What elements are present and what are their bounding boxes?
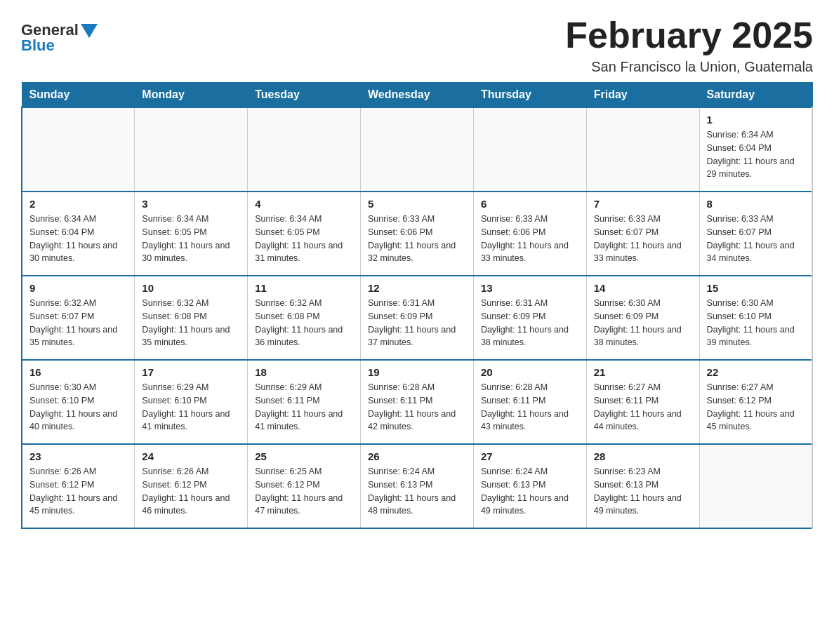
calendar-day-cell: 15Sunrise: 6:30 AMSunset: 6:10 PMDayligh… bbox=[699, 276, 812, 360]
calendar-day-cell: 8Sunrise: 6:33 AMSunset: 6:07 PMDaylight… bbox=[699, 192, 812, 276]
day-number: 7 bbox=[594, 198, 692, 210]
calendar-day-cell: 7Sunrise: 6:33 AMSunset: 6:07 PMDaylight… bbox=[586, 192, 699, 276]
day-info: Sunrise: 6:30 AMSunset: 6:10 PMDaylight:… bbox=[29, 381, 127, 434]
calendar-day-cell: 17Sunrise: 6:29 AMSunset: 6:10 PMDayligh… bbox=[135, 360, 248, 444]
calendar-day-header: Saturday bbox=[699, 83, 812, 108]
day-number: 28 bbox=[594, 450, 692, 462]
calendar-day-cell: 5Sunrise: 6:33 AMSunset: 6:06 PMDaylight… bbox=[361, 192, 474, 276]
day-number: 12 bbox=[368, 282, 466, 294]
calendar-body: 1Sunrise: 6:34 AMSunset: 6:04 PMDaylight… bbox=[22, 107, 812, 528]
title-section: February 2025 San Francisco la Union, Gu… bbox=[565, 14, 813, 75]
day-info: Sunrise: 6:27 AMSunset: 6:12 PMDaylight:… bbox=[707, 381, 805, 434]
calendar-day-cell bbox=[473, 107, 586, 192]
day-info: Sunrise: 6:33 AMSunset: 6:07 PMDaylight:… bbox=[707, 213, 805, 265]
day-info: Sunrise: 6:33 AMSunset: 6:07 PMDaylight:… bbox=[594, 213, 692, 265]
day-info: Sunrise: 6:34 AMSunset: 6:05 PMDaylight:… bbox=[255, 213, 353, 265]
calendar-day-cell: 14Sunrise: 6:30 AMSunset: 6:09 PMDayligh… bbox=[586, 276, 699, 360]
day-number: 27 bbox=[481, 450, 579, 462]
day-number: 9 bbox=[29, 282, 127, 294]
calendar-day-cell bbox=[248, 107, 361, 192]
calendar-day-cell: 20Sunrise: 6:28 AMSunset: 6:11 PMDayligh… bbox=[473, 360, 586, 444]
calendar-day-cell: 21Sunrise: 6:27 AMSunset: 6:11 PMDayligh… bbox=[586, 360, 699, 444]
calendar-day-cell: 9Sunrise: 6:32 AMSunset: 6:07 PMDaylight… bbox=[22, 276, 135, 360]
day-info: Sunrise: 6:30 AMSunset: 6:09 PMDaylight:… bbox=[594, 297, 692, 349]
day-info: Sunrise: 6:23 AMSunset: 6:13 PMDaylight:… bbox=[594, 465, 692, 518]
calendar-day-cell: 19Sunrise: 6:28 AMSunset: 6:11 PMDayligh… bbox=[361, 360, 474, 444]
day-info: Sunrise: 6:33 AMSunset: 6:06 PMDaylight:… bbox=[481, 213, 579, 265]
day-number: 24 bbox=[142, 450, 240, 462]
calendar-day-cell: 25Sunrise: 6:25 AMSunset: 6:12 PMDayligh… bbox=[248, 444, 361, 528]
calendar-table: SundayMondayTuesdayWednesdayThursdayFrid… bbox=[21, 82, 813, 529]
calendar-day-cell bbox=[699, 444, 812, 528]
day-info: Sunrise: 6:27 AMSunset: 6:11 PMDaylight:… bbox=[594, 381, 692, 434]
day-info: Sunrise: 6:30 AMSunset: 6:10 PMDaylight:… bbox=[707, 297, 805, 349]
calendar-day-cell bbox=[361, 107, 474, 192]
calendar-header-row: SundayMondayTuesdayWednesdayThursdayFrid… bbox=[22, 83, 812, 108]
day-number: 11 bbox=[255, 282, 353, 294]
calendar-day-header: Wednesday bbox=[361, 83, 474, 108]
calendar-day-cell: 24Sunrise: 6:26 AMSunset: 6:12 PMDayligh… bbox=[135, 444, 248, 528]
day-number: 19 bbox=[368, 366, 466, 378]
day-number: 16 bbox=[29, 366, 127, 378]
logo-triangle-icon bbox=[81, 24, 98, 38]
day-info: Sunrise: 6:26 AMSunset: 6:12 PMDaylight:… bbox=[142, 465, 240, 518]
day-info: Sunrise: 6:34 AMSunset: 6:05 PMDaylight:… bbox=[142, 213, 240, 265]
day-number: 3 bbox=[142, 198, 240, 210]
calendar-week-row: 9Sunrise: 6:32 AMSunset: 6:07 PMDaylight… bbox=[22, 276, 812, 360]
calendar-week-row: 2Sunrise: 6:34 AMSunset: 6:04 PMDaylight… bbox=[22, 192, 812, 276]
page-header: General Blue February 2025 San Francisco… bbox=[21, 14, 813, 75]
day-info: Sunrise: 6:32 AMSunset: 6:07 PMDaylight:… bbox=[29, 297, 127, 349]
calendar-day-header: Sunday bbox=[22, 83, 135, 108]
calendar-week-row: 23Sunrise: 6:26 AMSunset: 6:12 PMDayligh… bbox=[22, 444, 812, 528]
calendar-day-cell: 6Sunrise: 6:33 AMSunset: 6:06 PMDaylight… bbox=[473, 192, 586, 276]
calendar-day-cell: 26Sunrise: 6:24 AMSunset: 6:13 PMDayligh… bbox=[361, 444, 474, 528]
day-number: 23 bbox=[29, 450, 127, 462]
calendar-day-header: Tuesday bbox=[248, 83, 361, 108]
day-number: 25 bbox=[255, 450, 353, 462]
logo-blue-text: Blue bbox=[21, 36, 55, 55]
day-number: 13 bbox=[481, 282, 579, 294]
day-number: 14 bbox=[594, 282, 692, 294]
logo: General Blue bbox=[21, 14, 98, 55]
day-number: 26 bbox=[368, 450, 466, 462]
calendar-day-cell: 22Sunrise: 6:27 AMSunset: 6:12 PMDayligh… bbox=[699, 360, 812, 444]
day-info: Sunrise: 6:31 AMSunset: 6:09 PMDaylight:… bbox=[368, 297, 466, 349]
calendar-day-cell: 3Sunrise: 6:34 AMSunset: 6:05 PMDaylight… bbox=[135, 192, 248, 276]
calendar-day-header: Monday bbox=[135, 83, 248, 108]
calendar-day-header: Friday bbox=[586, 83, 699, 108]
day-number: 18 bbox=[255, 366, 353, 378]
day-number: 6 bbox=[481, 198, 579, 210]
day-info: Sunrise: 6:31 AMSunset: 6:09 PMDaylight:… bbox=[481, 297, 579, 349]
day-info: Sunrise: 6:34 AMSunset: 6:04 PMDaylight:… bbox=[29, 213, 127, 265]
location-subtitle: San Francisco la Union, Guatemala bbox=[565, 59, 813, 75]
calendar-day-cell: 1Sunrise: 6:34 AMSunset: 6:04 PMDaylight… bbox=[699, 107, 812, 192]
day-number: 15 bbox=[707, 282, 805, 294]
day-number: 4 bbox=[255, 198, 353, 210]
day-number: 8 bbox=[707, 198, 805, 210]
calendar-day-cell: 18Sunrise: 6:29 AMSunset: 6:11 PMDayligh… bbox=[248, 360, 361, 444]
calendar-day-cell: 13Sunrise: 6:31 AMSunset: 6:09 PMDayligh… bbox=[473, 276, 586, 360]
calendar-day-cell: 23Sunrise: 6:26 AMSunset: 6:12 PMDayligh… bbox=[22, 444, 135, 528]
day-number: 21 bbox=[594, 366, 692, 378]
day-info: Sunrise: 6:24 AMSunset: 6:13 PMDaylight:… bbox=[481, 465, 579, 518]
calendar-day-cell bbox=[22, 107, 135, 192]
calendar-day-cell: 28Sunrise: 6:23 AMSunset: 6:13 PMDayligh… bbox=[586, 444, 699, 528]
day-info: Sunrise: 6:29 AMSunset: 6:10 PMDaylight:… bbox=[142, 381, 240, 434]
day-number: 22 bbox=[707, 366, 805, 378]
month-title: February 2025 bbox=[565, 14, 813, 56]
calendar-day-cell: 2Sunrise: 6:34 AMSunset: 6:04 PMDaylight… bbox=[22, 192, 135, 276]
day-number: 2 bbox=[29, 198, 127, 210]
calendar-day-cell: 12Sunrise: 6:31 AMSunset: 6:09 PMDayligh… bbox=[361, 276, 474, 360]
day-info: Sunrise: 6:28 AMSunset: 6:11 PMDaylight:… bbox=[368, 381, 466, 434]
day-info: Sunrise: 6:32 AMSunset: 6:08 PMDaylight:… bbox=[142, 297, 240, 349]
day-number: 1 bbox=[707, 114, 805, 126]
calendar-day-cell: 11Sunrise: 6:32 AMSunset: 6:08 PMDayligh… bbox=[248, 276, 361, 360]
calendar-day-cell bbox=[135, 107, 248, 192]
day-info: Sunrise: 6:26 AMSunset: 6:12 PMDaylight:… bbox=[29, 465, 127, 518]
calendar-day-cell: 10Sunrise: 6:32 AMSunset: 6:08 PMDayligh… bbox=[135, 276, 248, 360]
day-info: Sunrise: 6:25 AMSunset: 6:12 PMDaylight:… bbox=[255, 465, 353, 518]
calendar-week-row: 1Sunrise: 6:34 AMSunset: 6:04 PMDaylight… bbox=[22, 107, 812, 192]
calendar-week-row: 16Sunrise: 6:30 AMSunset: 6:10 PMDayligh… bbox=[22, 360, 812, 444]
day-number: 17 bbox=[142, 366, 240, 378]
day-number: 20 bbox=[481, 366, 579, 378]
